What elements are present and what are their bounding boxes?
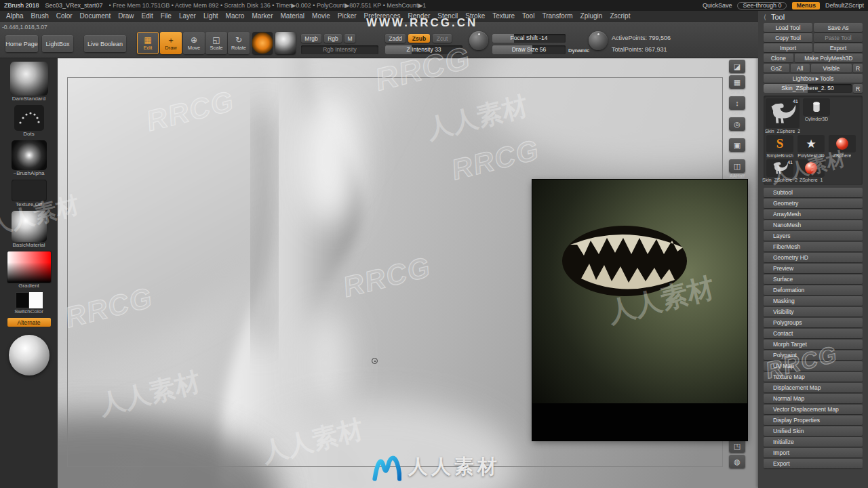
load-tool-button[interactable]: Load Tool — [764, 23, 812, 32]
shelf-actual-button[interactable]: ▣Actual — [728, 138, 746, 157]
tool-section-preview[interactable]: Preview — [764, 264, 863, 273]
switch-color-control[interactable]: SwitchColor — [14, 292, 43, 317]
tool-section-normal-map[interactable]: Normal Map — [764, 394, 863, 403]
home-page-button[interactable]: Home Page — [5, 35, 38, 52]
tool-item-zsphere_1[interactable]: ZSphere_1 — [796, 159, 826, 182]
tool-section-contact[interactable]: Contact — [764, 329, 863, 338]
mrgb-button[interactable]: Mrgb — [301, 34, 321, 43]
rotate-mode-button[interactable]: ↻ Rotate — [228, 32, 250, 54]
tool-section-layers[interactable]: Layers — [764, 231, 863, 241]
tool-section-display-properties[interactable]: Display Properties — [764, 415, 863, 425]
focal-shift-slider[interactable]: Focal Shift -14 — [492, 34, 566, 43]
menu-zscript[interactable]: Zscript — [610, 12, 630, 20]
menu-macro[interactable]: Macro — [226, 12, 245, 20]
subtool-slider[interactable]: Skin_ZSphere_2. 50 — [764, 84, 852, 93]
current-material-selector[interactable]: BasicMaterial — [12, 211, 47, 250]
menu-file[interactable]: File — [161, 12, 172, 20]
draw-mode-button[interactable]: ＋ Draw — [160, 32, 182, 54]
edit-mode-button[interactable]: ▦ Edit — [137, 32, 159, 54]
tool-section-fibermesh[interactable]: FiberMesh — [764, 242, 863, 251]
focal-shift-dial[interactable] — [469, 31, 488, 50]
shelf-scroll-button[interactable]: ↕Scrol — [728, 96, 746, 115]
color-picker[interactable]: Gradient — [7, 251, 51, 291]
tool-section-surface[interactable]: Surface — [764, 274, 863, 284]
tool-section-deformation[interactable]: Deformation — [764, 285, 863, 295]
export-button[interactable]: Export — [814, 43, 863, 52]
tool-section-visibility[interactable]: Visibility — [764, 307, 863, 317]
menu-edit[interactable]: Edit — [142, 12, 153, 20]
menus-button[interactable]: Menus — [792, 2, 820, 9]
tool-item-cylinder3d[interactable]: Cylinder3D — [802, 98, 831, 134]
move-mode-button[interactable]: ⊕ Move — [183, 32, 205, 54]
zadd-button[interactable]: Zadd — [385, 34, 406, 43]
menu-tool[interactable]: Tool — [522, 12, 534, 20]
tool-item-skin_zsphere_2[interactable]: 41Skin_ZSphere_2 — [765, 159, 795, 182]
subtool-r-button[interactable]: R — [853, 84, 863, 93]
dynamic-toggle[interactable]: Dynamic — [568, 47, 589, 54]
tool-section-morph-target[interactable]: Morph Target — [764, 340, 863, 349]
menu-picker[interactable]: Picker — [338, 12, 357, 20]
tool-section-geometry[interactable]: Geometry — [764, 199, 863, 208]
menu-color[interactable]: Color — [56, 12, 73, 20]
see-through-slider[interactable]: See-through 0 — [737, 2, 787, 9]
current-alpha-preview[interactable] — [275, 32, 296, 54]
tool-section-unified-skin[interactable]: Unified Skin — [764, 426, 863, 436]
default-zscript-button[interactable]: DefaultZScript — [825, 2, 864, 9]
shelf-solo-button[interactable]: ◍ — [728, 455, 746, 468]
menu-stencil[interactable]: Stencil — [437, 12, 458, 20]
tool-section-nanomesh[interactable]: NanoMesh — [764, 220, 863, 230]
menu-draw[interactable]: Draw — [118, 12, 134, 20]
import-button[interactable]: Import — [764, 43, 812, 52]
z-intensity-slider[interactable]: Z Intensity 33 — [385, 45, 462, 54]
menu-render[interactable]: Render — [408, 12, 431, 20]
tool-section-initialize[interactable]: Initialize — [764, 437, 863, 447]
make-polymesh3d-button[interactable]: Make PolyMesh3D — [795, 54, 863, 62]
m-button[interactable]: M — [344, 34, 355, 43]
reference-image[interactable] — [532, 180, 747, 441]
live-boolean-button[interactable]: Live Boolean — [84, 35, 126, 52]
menu-brush[interactable]: Brush — [31, 12, 49, 20]
tool-section-import[interactable]: Import — [764, 448, 863, 458]
tool-section-polygroups[interactable]: Polygroups — [764, 318, 863, 327]
draw-size-dial[interactable] — [589, 31, 608, 50]
menu-alpha[interactable]: Alpha — [6, 12, 24, 20]
clone-button[interactable]: Clone — [764, 54, 793, 62]
rgb-button[interactable]: Rgb — [324, 34, 342, 43]
alternate-button[interactable]: Alternate — [7, 318, 51, 327]
shelf-transp-button[interactable]: ◳ — [728, 439, 746, 453]
lightbox-button[interactable]: LightBox — [42, 35, 73, 52]
goz-visible-button[interactable]: Visible — [811, 64, 852, 73]
shelf-bpr-button[interactable]: ◪ — [728, 60, 746, 73]
tool-section-texture-map[interactable]: Texture Map — [764, 372, 863, 382]
paste-tool-button[interactable]: Paste Tool — [814, 33, 863, 42]
draw-size-slider[interactable]: Draw Size 56 — [492, 45, 566, 54]
tool-section-geometry-hd[interactable]: Geometry HD — [764, 253, 863, 262]
shelf-zoom-button[interactable]: ◎Zoom — [728, 117, 746, 136]
zsub-button[interactable]: Zsub — [408, 34, 430, 43]
menu-light[interactable]: Light — [203, 12, 218, 20]
menu-transform[interactable]: Transform — [542, 12, 572, 20]
current-alpha-selector[interactable]: ~BrushAlpha — [12, 140, 47, 178]
tool-section-masking[interactable]: Masking — [764, 296, 863, 306]
tool-section-polypaint[interactable]: Polypaint — [764, 350, 863, 360]
current-stroke-selector[interactable]: Dots — [14, 105, 44, 139]
tool-section-subtool[interactable]: Subtool — [764, 188, 863, 197]
goz-r-button[interactable]: R — [853, 64, 863, 73]
tool-item-skin_zsphere_2[interactable]: 41Skin_ZSphere_2 — [765, 98, 800, 134]
copy-tool-button[interactable]: Copy Tool — [764, 33, 812, 42]
save-as-button[interactable]: Save As — [814, 23, 863, 32]
tool-section-displacement-map[interactable]: Displacement Map — [764, 383, 863, 392]
rgb-intensity-slider[interactable]: Rgb Intensity — [301, 45, 378, 54]
tool-section-uv-map[interactable]: UV Map — [764, 361, 863, 371]
material-preview-sphere[interactable] — [9, 335, 50, 375]
goz-all-button[interactable]: All — [791, 64, 810, 73]
tool-item-polymesh3d[interactable]: ★PolyMesh3D — [796, 135, 826, 158]
menu-stroke[interactable]: Stroke — [465, 12, 485, 20]
tool-section-vector-displacement-map[interactable]: Vector Displacement Map — [764, 405, 863, 414]
menu-material[interactable]: Material — [281, 12, 305, 20]
tool-item-simplebrush[interactable]: SSimpleBrush — [765, 135, 795, 158]
shelf-spix-button[interactable]: ▦SPix 3 — [728, 75, 746, 94]
current-texture-selector[interactable]: Texture Off — [12, 180, 47, 209]
shelf-aahalf-button[interactable]: ◫AAHalf — [728, 159, 746, 178]
menu-texture[interactable]: Texture — [492, 12, 515, 20]
